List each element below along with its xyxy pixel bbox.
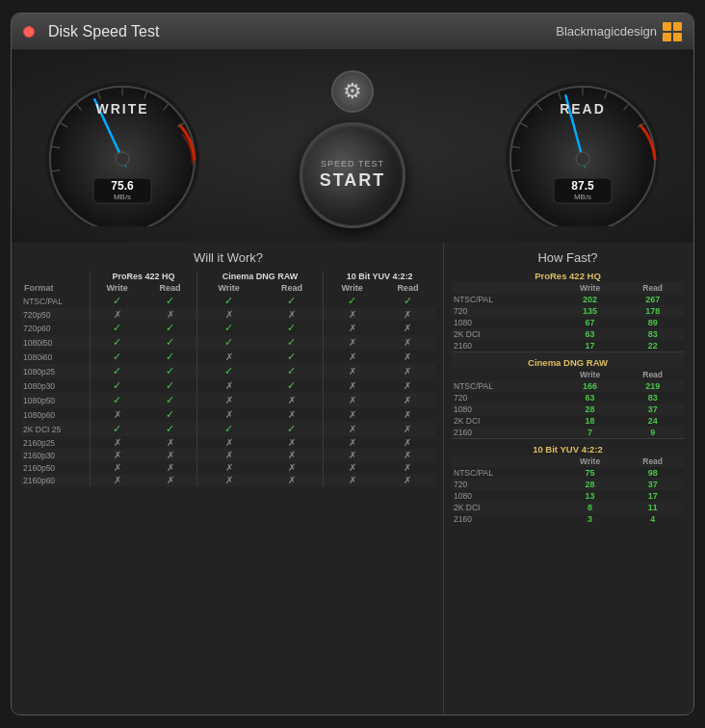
table-row: 720p50✗✗✗✗✗✗ xyxy=(21,308,435,321)
svg-point-30 xyxy=(576,152,589,166)
table-row: 2160p60✗✗✗✗✗✗ xyxy=(21,474,435,486)
table-row: NTSC/PAL7598 xyxy=(452,467,684,479)
table-row: 216034 xyxy=(452,513,684,525)
table-row: 7206383 xyxy=(452,392,684,403)
section-header: ProRes 422 HQ xyxy=(452,271,684,282)
table-row: 1080p50✓✓✗✗✗✗ xyxy=(21,393,435,407)
data-section: Will it Work? ProRes 422 HQ Cinema DNG R… xyxy=(12,243,693,715)
center-controls: ⚙ SPEED TEST START xyxy=(300,70,405,228)
svg-text:87.5: 87.5 xyxy=(571,179,594,193)
table-row: 2160p50✗✗✗✗✗✗ xyxy=(21,461,435,474)
svg-text:MB/s: MB/s xyxy=(114,193,131,201)
table-row: 2K DCI1824 xyxy=(452,415,684,427)
window-title: Disk Speed Test xyxy=(48,23,556,40)
gauge-section: 75.6 MB/s WRITE ⚙ SPEED TEST START xyxy=(12,50,693,243)
table-row: 1080i60✓✓✗✓✗✗ xyxy=(21,350,435,364)
table-row: 720p60✓✓✓✓✗✗ xyxy=(21,321,435,335)
read-gauge: 87.5 MB/s READ xyxy=(501,72,665,226)
table-row: 216079 xyxy=(452,427,684,439)
col-header-yuv: 10 Bit YUV 4:2:2 xyxy=(324,271,435,282)
col-header-dng: Cinema DNG RAW xyxy=(196,271,324,282)
will-it-work-table: ProRes 422 HQ Cinema DNG RAW 10 Bit YUV … xyxy=(21,271,435,486)
col-header-prores: ProRes 422 HQ xyxy=(90,271,196,282)
title-bar: Disk Speed Test Blackmagicdesign xyxy=(12,13,693,50)
brand-logo: Blackmagicdesign xyxy=(556,22,682,41)
table-row: 2K DCI6383 xyxy=(452,328,684,340)
table-row: 1080p60✗✓✗✗✗✗ xyxy=(21,407,435,422)
how-fast-table: ProRes 422 HQWriteReadNTSC/PAL2022677201… xyxy=(452,271,684,525)
section-header: Cinema DNG RAW xyxy=(452,352,684,370)
table-row: 2K DCI811 xyxy=(452,502,684,513)
table-row: 7202837 xyxy=(452,479,684,490)
svg-text:75.6: 75.6 xyxy=(111,179,134,193)
table-row: NTSC/PAL202267 xyxy=(452,294,684,305)
table-row: 720135178 xyxy=(452,305,684,317)
svg-point-13 xyxy=(116,152,129,166)
table-row: 10802837 xyxy=(452,403,684,415)
table-row: 10801317 xyxy=(452,490,684,502)
speed-test-label: SPEED TEST xyxy=(321,159,384,169)
table-row: 10806789 xyxy=(452,317,684,328)
how-fast-title: How Fast? xyxy=(452,250,684,265)
table-row: 1080i50✓✓✓✓✗✗ xyxy=(21,335,435,350)
svg-text:MB/s: MB/s xyxy=(574,193,591,201)
section-header: 10 Bit YUV 4:2:2 xyxy=(452,439,684,456)
table-row: 2160p30✗✗✗✗✗✗ xyxy=(21,449,435,461)
brand-name: Blackmagicdesign xyxy=(556,24,657,39)
table-row: 1080p30✓✓✗✓✗✗ xyxy=(21,378,435,393)
will-it-work-panel: Will it Work? ProRes 422 HQ Cinema DNG R… xyxy=(12,243,443,715)
table-row: 2K DCI 25✓✓✓✓✗✗ xyxy=(21,422,435,436)
read-gauge-label: READ xyxy=(560,101,606,117)
table-row: NTSC/PAL166219 xyxy=(452,380,684,392)
table-row: 2160p25✗✗✗✗✗✗ xyxy=(21,436,435,449)
sub-header: WriteRead xyxy=(452,455,684,467)
start-label: START xyxy=(320,170,386,191)
sub-header: WriteRead xyxy=(452,282,684,294)
brand-icon xyxy=(663,22,682,41)
write-gauge: 75.6 MB/s WRITE xyxy=(40,72,204,226)
table-row: 21601722 xyxy=(452,340,684,352)
write-gauge-label: WRITE xyxy=(95,101,148,117)
sub-header: WriteRead xyxy=(452,369,684,380)
how-fast-panel: How Fast? ProRes 422 HQWriteReadNTSC/PAL… xyxy=(443,243,693,715)
table-row: 1080p25✓✓✓✓✗✗ xyxy=(21,364,435,378)
start-button[interactable]: SPEED TEST START xyxy=(300,122,405,228)
table-row: NTSC/PAL✓✓✓✓✓✓ xyxy=(21,294,435,308)
app-window: Disk Speed Test Blackmagicdesign xyxy=(11,13,694,715)
close-button[interactable] xyxy=(23,26,35,38)
settings-button[interactable]: ⚙ xyxy=(331,70,374,113)
will-it-work-title: Will it Work? xyxy=(21,250,435,265)
